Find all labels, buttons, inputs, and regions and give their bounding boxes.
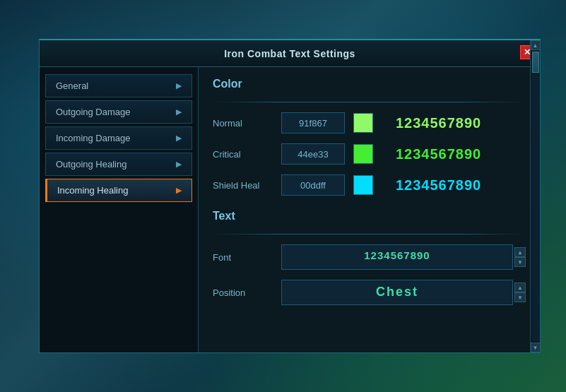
normal-label: Normal	[213, 118, 273, 129]
font-spinners: ▲ ▼	[514, 247, 526, 267]
position-input-container: Chest ▲ ▼	[281, 280, 526, 305]
sidebar-item-general[interactable]: General ▶	[45, 74, 192, 97]
sidebar-arrow-outgoing-healing: ▶	[176, 160, 182, 169]
sidebar-label-incoming-healing: Incoming Healing	[57, 185, 128, 196]
sidebar-arrow-outgoing-damage: ▶	[176, 107, 182, 117]
font-spinner-up[interactable]: ▲	[514, 247, 526, 257]
normal-hex-input[interactable]	[281, 112, 345, 133]
scrollbar: ▲ ▼	[530, 40, 540, 352]
sidebar-label-incoming-damage: Incoming Damage	[56, 133, 131, 143]
font-value[interactable]: 1234567890	[281, 244, 513, 270]
sidebar-item-incoming-damage[interactable]: Incoming Damage ▶	[45, 126, 192, 150]
scrollbar-thumb[interactable]	[532, 52, 539, 73]
normal-preview: 1234567890	[396, 115, 481, 131]
font-spinner-down[interactable]: ▼	[514, 257, 526, 267]
text-section-header: Text	[213, 210, 526, 225]
dialog-window: Iron Combat Text Settings ✕ General ▶ Ou…	[39, 39, 541, 353]
color-divider	[213, 102, 526, 102]
main-content: Color Normal 1234567890 Critical 1234567…	[199, 67, 540, 352]
title-bar: Iron Combat Text Settings ✕	[40, 40, 540, 67]
sidebar-item-incoming-healing[interactable]: Incoming Healing ▶	[45, 179, 192, 202]
scrollbar-track[interactable]	[532, 52, 539, 341]
text-divider	[213, 234, 526, 234]
sidebar-item-outgoing-healing[interactable]: Outgoing Healing ▶	[45, 153, 192, 176]
color-row-normal: Normal 1234567890	[213, 112, 526, 133]
font-row: Font 1234567890 ▲ ▼	[213, 244, 526, 270]
position-spinner-up[interactable]: ▲	[514, 283, 526, 292]
color-section: Color Normal 1234567890 Critical 1234567…	[213, 78, 526, 196]
critical-swatch[interactable]	[353, 144, 373, 164]
critical-hex-input[interactable]	[281, 143, 345, 165]
position-spinners: ▲ ▼	[514, 283, 526, 302]
sidebar-item-outgoing-damage[interactable]: Outgoing Damage ▶	[45, 100, 192, 124]
shield-heal-hex-input[interactable]	[281, 174, 345, 196]
sidebar: General ▶ Outgoing Damage ▶ Incoming Dam…	[40, 67, 199, 352]
normal-swatch[interactable]	[353, 113, 373, 133]
critical-label: Critical	[213, 149, 273, 160]
dialog-body: General ▶ Outgoing Damage ▶ Incoming Dam…	[40, 67, 540, 352]
critical-preview: 1234567890	[396, 146, 481, 162]
text-section: Text Font 1234567890 ▲ ▼ Position	[213, 210, 526, 305]
sidebar-label-general: General	[56, 81, 88, 91]
position-label: Position	[213, 287, 273, 298]
sidebar-arrow-incoming-damage: ▶	[176, 133, 182, 143]
position-spinner-down[interactable]: ▼	[514, 292, 526, 302]
font-input-container: 1234567890 ▲ ▼	[281, 244, 526, 270]
color-row-shield-heal: Shield Heal 1234567890	[213, 174, 526, 196]
scroll-arrow-down[interactable]: ▼	[531, 343, 541, 352]
scroll-arrow-up[interactable]: ▲	[531, 40, 541, 50]
position-value[interactable]: Chest	[281, 280, 513, 305]
font-label: Font	[213, 252, 273, 263]
sidebar-arrow-incoming-healing: ▶	[176, 186, 182, 195]
position-row: Position Chest ▲ ▼	[213, 280, 526, 305]
sidebar-arrow-general: ▶	[176, 81, 182, 90]
color-section-header: Color	[213, 78, 526, 93]
color-row-critical: Critical 1234567890	[213, 143, 526, 165]
sidebar-label-outgoing-healing: Outgoing Healing	[56, 159, 126, 170]
shield-heal-swatch[interactable]	[353, 175, 373, 195]
shield-heal-label: Shield Heal	[213, 180, 273, 191]
shield-heal-preview: 1234567890	[396, 177, 481, 194]
sidebar-label-outgoing-damage: Outgoing Damage	[56, 107, 131, 117]
dialog-title: Iron Combat Text Settings	[224, 48, 355, 59]
